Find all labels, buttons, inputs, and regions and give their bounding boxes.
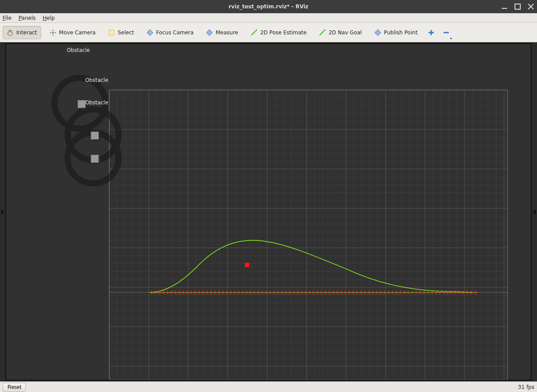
select-icon [108, 29, 115, 36]
menu-help[interactable]: Help [43, 15, 55, 21]
toolbar-label: Interact [16, 30, 37, 36]
window-controls [501, 0, 534, 13]
plus-icon [428, 29, 435, 36]
left-panel-handle[interactable] [0, 42, 5, 381]
green-arrow-icon [319, 29, 326, 36]
pose-estimate-button[interactable]: 2D Pose Estimate [246, 26, 310, 39]
hand-icon [7, 29, 14, 36]
svg-line-6 [251, 31, 256, 35]
svg-rect-101 [109, 90, 507, 380]
obstacle-markers[interactable] [55, 78, 119, 184]
window-title: rviz_test_optim.rviz* - RViz [228, 4, 308, 10]
svg-rect-110 [92, 140, 100, 141]
interact-button[interactable]: Interact [3, 26, 41, 39]
menu-bar: File Panels Help [0, 13, 537, 23]
move-camera-button[interactable]: Move Camera [45, 26, 100, 39]
toolbar-label: Focus Camera [156, 30, 194, 36]
fps-text: 31 fps [518, 384, 534, 390]
trajectory-path [149, 240, 472, 292]
focus-camera-button[interactable]: Focus Camera [142, 26, 198, 39]
svg-rect-111 [91, 155, 99, 163]
grid [109, 90, 507, 380]
right-panel-handle[interactable] [532, 42, 537, 381]
obstacle-label-2: Obstacle [85, 77, 108, 83]
nav-goal-button[interactable]: 2D Nav Goal [315, 26, 365, 39]
toolbar: Interact Move Camera Select Focus Camera… [0, 23, 537, 42]
close-button[interactable] [527, 3, 534, 10]
svg-rect-107 [79, 108, 87, 110]
select-button[interactable]: Select [104, 26, 138, 39]
toolbar-label: 2D Pose Estimate [260, 30, 306, 36]
svg-rect-105 [78, 100, 86, 108]
toolbar-label: Publish Point [384, 30, 418, 36]
minimize-button[interactable] [501, 3, 508, 10]
dropdown-arrow-icon: ▾ [450, 37, 452, 41]
svg-rect-113 [92, 163, 100, 165]
obstacle-label-1: Obstacle [67, 47, 90, 53]
minus-icon [443, 29, 450, 36]
menu-panels[interactable]: Panels [19, 15, 36, 21]
maximize-button[interactable] [514, 3, 521, 10]
toolbar-label: Move Camera [59, 30, 96, 36]
measure-button[interactable]: Measure [202, 26, 242, 39]
red-point-marker [245, 263, 249, 267]
diamond-icon [374, 29, 381, 36]
remove-tool-button[interactable]: ▾ [441, 26, 451, 39]
diamond-icon [206, 29, 213, 36]
pose-arrows [149, 291, 477, 294]
reset-button[interactable]: Reset [3, 383, 26, 392]
status-bar: Reset 31 fps [0, 381, 537, 392]
toolbar-label: Measure [216, 30, 238, 36]
move-camera-icon [49, 29, 56, 36]
svg-rect-5 [109, 30, 114, 35]
svg-line-7 [320, 31, 324, 35]
obstacle-label-3: Obstacle [85, 100, 108, 106]
toolbar-label: 2D Nav Goal [328, 30, 362, 36]
svg-rect-1 [515, 4, 520, 9]
add-tool-button[interactable] [426, 26, 436, 39]
toolbar-label: Select [118, 30, 134, 36]
3d-viewport[interactable]: Obstacle Obstacle Obstacle [5, 43, 532, 381]
green-arrow-icon [250, 29, 257, 36]
diamond-icon [146, 29, 153, 36]
menu-file[interactable]: File [3, 15, 11, 21]
svg-rect-108 [91, 132, 99, 140]
publish-point-button[interactable]: Publish Point [370, 26, 421, 39]
viewport-area: Obstacle Obstacle Obstacle [0, 42, 537, 381]
title-bar: rviz_test_optim.rviz* - RViz [0, 0, 537, 13]
svg-point-4 [52, 32, 54, 33]
